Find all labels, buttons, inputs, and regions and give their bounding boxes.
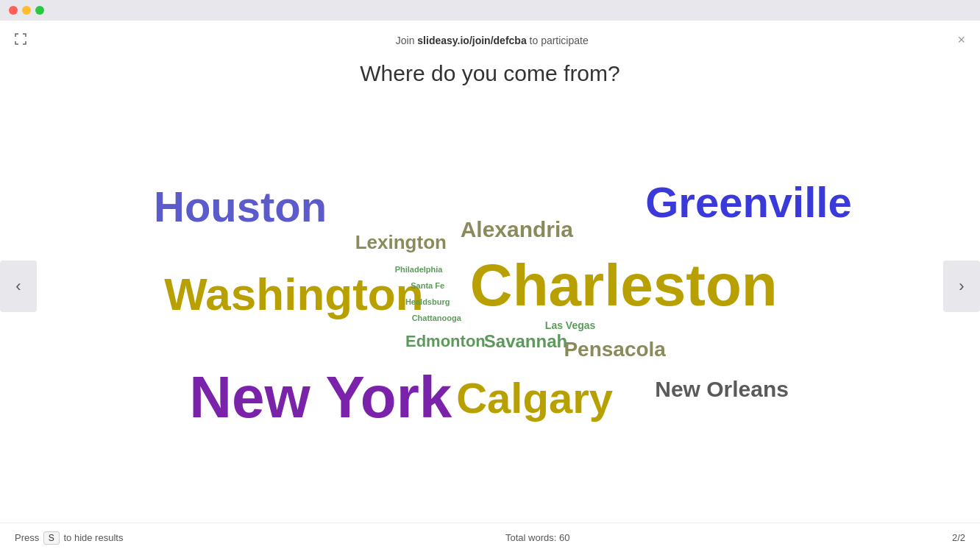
join-prefix: Join — [396, 35, 418, 46]
page-indicator: 2/2 — [952, 532, 965, 543]
titlebar — [0, 0, 980, 21]
press-label: Press — [15, 532, 42, 543]
word-houston: Houston — [154, 181, 327, 230]
word-savannah: Savannah — [484, 331, 567, 352]
main-content: Join slideasy.io/join/defcba to particip… — [0, 21, 980, 552]
key-s-badge: S — [43, 531, 60, 545]
word-washington: Washington — [164, 268, 423, 320]
word-charleston: Charleston — [470, 252, 778, 319]
question-title: Where do you come from? — [0, 61, 980, 86]
word-new-york: New York — [189, 364, 452, 431]
word-santa-fe: Santa Fe — [411, 281, 444, 290]
word-new-orleans: New Orleans — [655, 377, 789, 402]
join-info: Join slideasy.io/join/defcba to particip… — [29, 35, 954, 46]
join-url: slideasy.io/join/defcba — [417, 35, 526, 46]
topbar: Join slideasy.io/join/defcba to particip… — [0, 21, 980, 60]
word-greenville: Greenville — [645, 177, 851, 227]
dot-red — [9, 6, 18, 15]
word-las-vegas: Las Vegas — [545, 319, 596, 331]
expand-button[interactable] — [12, 30, 29, 51]
dot-yellow — [22, 6, 31, 15]
dot-green — [35, 6, 44, 15]
word-philadelphia: Philadelphia — [395, 265, 443, 274]
hide-label: to hide results — [61, 532, 124, 543]
previous-button[interactable]: ‹ — [0, 261, 37, 312]
word-edmonton: Edmonton — [405, 332, 486, 351]
word-alexandria: Alexandria — [461, 217, 573, 242]
close-button[interactable]: × — [954, 29, 968, 51]
total-words: Total words: 60 — [505, 532, 569, 543]
word-lexington: Lexington — [355, 230, 447, 253]
next-button[interactable]: › — [943, 261, 980, 312]
word-healdsburg: Healdsburg — [405, 297, 450, 306]
join-suffix: to participate — [527, 35, 589, 46]
word-chattanooga: Chattanooga — [412, 314, 461, 322]
hide-results-hint: Press S to hide results — [15, 531, 123, 545]
word-calgary: Calgary — [456, 372, 613, 422]
bottombar: Press S to hide results Total words: 60 … — [0, 523, 980, 552]
word-pensacola: Pensacola — [564, 338, 666, 361]
word-cloud: HoustonGreenvilleLexingtonAlexandriaWash… — [44, 94, 936, 493]
